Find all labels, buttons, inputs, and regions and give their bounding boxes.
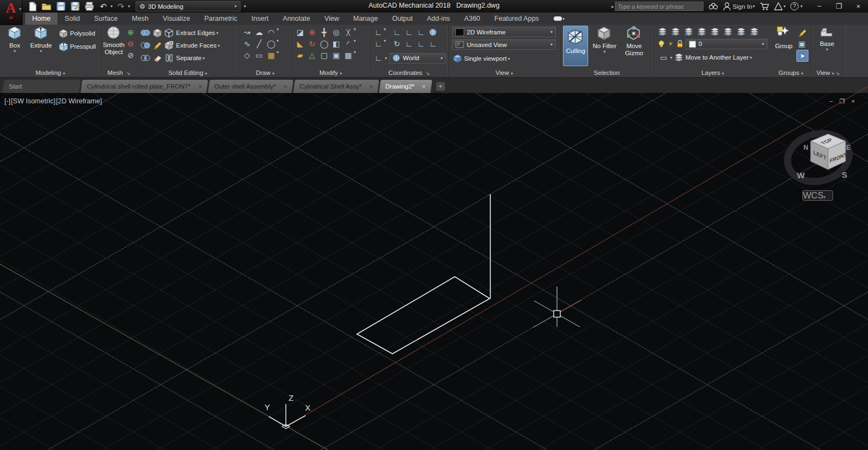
viewport-menu-control[interactable]: [-] (4, 97, 10, 105)
polyline-icon[interactable]: ↝ (242, 27, 253, 38)
no-filter-button[interactable]: No Filter ▾ (592, 26, 617, 54)
ucs-3point-icon[interactable]: ∟ (427, 38, 438, 49)
tab-surface[interactable]: Surface (87, 13, 125, 25)
subtract-icon[interactable] (140, 42, 151, 49)
layer-freeze-icon[interactable] (737, 28, 746, 36)
new-file-button[interactable] (26, 1, 38, 11)
panel-label-solid-editing[interactable]: Solid Editing ▾ (137, 69, 238, 76)
separate-icon[interactable] (165, 54, 174, 63)
tab-solid[interactable]: Solid (57, 13, 87, 25)
separate-button[interactable]: Separate (176, 55, 202, 61)
group-edit-icon[interactable] (796, 27, 807, 38)
mesh-crease-icon[interactable]: ⊘ (125, 50, 136, 61)
extract-edges-icon[interactable] (165, 28, 174, 38)
scale-icon[interactable]: △ (307, 50, 318, 61)
rotate-icon[interactable]: ↻ (307, 38, 318, 49)
close-icon[interactable]: × (284, 83, 287, 90)
group-select-toggle-icon[interactable]: ➤ (796, 50, 808, 62)
ucs-z-axis-icon[interactable]: ∟ (415, 38, 426, 49)
layer-combo[interactable]: 0 ▾ (685, 39, 767, 49)
tab-output[interactable]: Output (385, 13, 420, 25)
ucs-icon[interactable]: ∟ (373, 27, 384, 38)
intersect-icon[interactable] (140, 54, 151, 62)
workspace-selector[interactable]: ⚙ 3D Modeling ▾ (136, 1, 241, 11)
viewport-config-button[interactable]: Single viewport ▾ (453, 53, 510, 64)
tab-parametric[interactable]: Parametric (197, 13, 244, 25)
panel-label-modify[interactable]: Modify ▾ (292, 69, 370, 76)
redo-dropdown[interactable]: ▾ (128, 4, 130, 9)
tab-insert[interactable]: Insert (244, 13, 275, 25)
tab-add-ins[interactable]: Add-ins (420, 13, 457, 25)
tab-home[interactable]: Home (25, 13, 57, 25)
mesh-refine-icon[interactable]: ⊕ (125, 27, 136, 38)
file-tab-active[interactable]: Drawing2*× (379, 80, 432, 93)
search-input[interactable] (615, 2, 703, 11)
panel-label-modeling[interactable]: Modeling ▾ (0, 69, 101, 76)
move-icon[interactable]: ╋ (319, 27, 330, 38)
ucs-face-icon[interactable]: ∟ (373, 52, 384, 63)
bulb-icon[interactable] (658, 40, 665, 48)
layer-on-off-icon[interactable] (750, 28, 759, 36)
culling-button[interactable]: Culling (563, 26, 588, 66)
close-icon[interactable]: × (370, 83, 373, 90)
polysolid-button[interactable]: Polysolid (59, 28, 95, 39)
sign-in-button[interactable]: Sign In▾ (723, 2, 755, 11)
undo-dropdown[interactable]: ▾ (110, 4, 113, 9)
close-icon[interactable]: × (422, 83, 425, 90)
ucs-combo[interactable]: World ▾ (389, 53, 446, 63)
panel-label-coordinates[interactable]: Coordinates ↘ (370, 69, 448, 76)
circle-mod-icon[interactable]: ◯ (319, 38, 330, 49)
fillet-icon[interactable]: ◜ (343, 38, 354, 49)
layer-properties-icon[interactable] (658, 28, 667, 36)
explode-icon[interactable]: ◪ (295, 27, 306, 38)
viewport-canvas[interactable] (0, 93, 868, 450)
plot-button[interactable] (83, 1, 95, 11)
rectangle-icon[interactable]: ▭ (254, 50, 265, 61)
extrude-faces-icon[interactable] (165, 41, 174, 50)
lock-icon[interactable] (677, 40, 683, 48)
move-to-layer-button[interactable]: ▭ ▾ Move to Another Layer ▾ (658, 52, 752, 63)
help-dropdown[interactable]: ▾ (800, 4, 802, 9)
mirror-icon[interactable]: ◧ (331, 38, 342, 49)
tab-mesh[interactable]: Mesh (125, 13, 156, 25)
union-icon[interactable] (140, 29, 151, 37)
revision-cloud-icon[interactable]: ☁ (254, 27, 265, 38)
extract-edges-button[interactable]: Extract Edges (176, 30, 215, 36)
ucs-previous-icon[interactable]: ↻ (391, 38, 402, 49)
visual-style-combo[interactable]: 2D Wireframe ▾ (452, 27, 556, 37)
base-button[interactable]: Base ▾ (814, 26, 840, 52)
layer-walk-icon[interactable] (724, 28, 732, 36)
rotate-3d-icon[interactable]: ⊕ (307, 27, 318, 38)
clean-icon[interactable] (153, 54, 162, 63)
spline-icon[interactable]: ∿ (242, 38, 253, 49)
ucs-origin-icon[interactable]: ∟ (403, 27, 414, 38)
layer-previous-icon[interactable] (697, 28, 706, 36)
circle-icon[interactable]: ◯ (266, 38, 277, 49)
layer-unisolate-icon[interactable] (684, 28, 693, 36)
polygon-icon[interactable]: ◇ (242, 50, 253, 61)
file-tab[interactable]: Cylindrical shell rolled plate_FRONT*× (80, 80, 208, 93)
app-store-cart-button[interactable] (760, 2, 769, 10)
panel-label-view-output[interactable]: View ▾↘ (810, 69, 846, 76)
new-drawing-tab-button[interactable]: + (436, 82, 445, 91)
visual-style-control[interactable]: [2D Wireframe] (56, 97, 102, 105)
extrude-faces-button[interactable]: Extrude Faces (176, 42, 216, 49)
minimize-drawing-button[interactable]: − (829, 98, 832, 105)
restore-drawing-button[interactable]: ❐ (840, 98, 845, 105)
ucs-named-icon[interactable]: ∟ (415, 27, 426, 38)
tab-manage[interactable]: Manage (346, 13, 385, 25)
help-button[interactable]: ? (790, 2, 799, 10)
search-expand-icon[interactable]: ▸ (612, 4, 614, 9)
tab-visualize[interactable]: Visualize (156, 13, 197, 25)
arc-icon[interactable]: ◠ (266, 27, 277, 38)
open-file-button[interactable] (40, 1, 52, 11)
save-button[interactable] (55, 1, 67, 11)
ribbon-display-toggle[interactable]: ▾ (554, 13, 565, 25)
presspull-button[interactable]: Presspull (59, 41, 96, 52)
ucs-object-icon[interactable]: ∟ (403, 38, 414, 49)
close-icon[interactable]: × (198, 83, 202, 90)
group-selection-icon[interactable]: ▣ (796, 38, 807, 49)
fillet-edge-icon[interactable] (153, 41, 162, 50)
tab-featured-apps[interactable]: Featured Apps (488, 13, 546, 25)
box-button[interactable]: Box▾ (2, 26, 27, 54)
